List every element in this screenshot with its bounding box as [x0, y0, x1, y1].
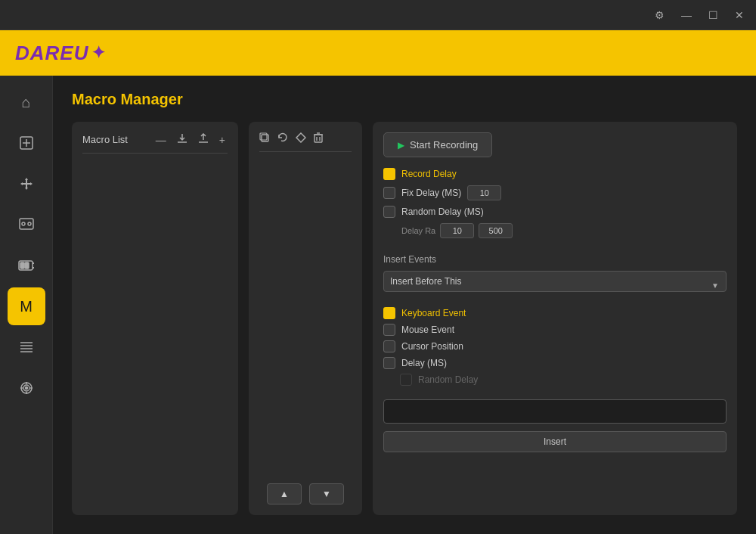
minimize-button[interactable]: — — [678, 8, 695, 22]
insert-button[interactable]: Insert — [383, 431, 727, 452]
close-button[interactable]: ✕ — [732, 8, 747, 22]
fix-delay-row: Fix Delay (MS) — [383, 185, 727, 200]
random-delay-sub-label: Random Delay — [418, 374, 478, 385]
macro-list-title: Macro List — [82, 134, 128, 145]
events-diamond-button[interactable] — [296, 132, 306, 145]
settings-button[interactable]: ⚙ — [652, 8, 668, 22]
insert-events-section: Insert Events Insert Before This ▼ Keybo… — [383, 254, 727, 392]
delay-ms-row: Delay (MS) — [383, 357, 727, 369]
macro-list-header: Macro List — + — [82, 132, 228, 147]
svg-rect-27 — [314, 135, 322, 142]
macro-list-upload-button[interactable] — [196, 132, 211, 147]
arrow-down-button[interactable]: ▼ — [309, 483, 344, 505]
random-delay-sub-row: Random Delay — [400, 374, 727, 386]
mouse-event-label: Mouse Event — [401, 324, 454, 335]
keyboard-event-label: Keyboard Event — [401, 308, 466, 318]
start-recording-button[interactable]: ▶ Start Recording — [383, 132, 492, 157]
macro-list-minus-button[interactable]: — — [153, 133, 169, 147]
delay-ms-checkbox[interactable] — [383, 357, 395, 369]
macro-list-divider — [82, 153, 228, 154]
sidebar: ⌂ M — [0, 76, 53, 534]
random-delay-sub-checkbox — [400, 374, 412, 386]
random-delay-checkbox[interactable] — [383, 206, 395, 218]
events-undo-button[interactable] — [277, 132, 288, 145]
window-controls: ⚙ — ☐ ✕ — [652, 8, 747, 22]
record-delay-section: Record Delay Fix Delay (MS) Random Delay… — [383, 168, 727, 244]
delay-range-min-input[interactable] — [440, 223, 474, 238]
sidebar-item-home[interactable]: ⌂ — [8, 83, 45, 121]
arrow-buttons: ▲ ▼ — [259, 476, 352, 505]
events-delete-button[interactable] — [314, 132, 323, 145]
record-delay-checkbox[interactable] — [383, 168, 395, 180]
svg-point-5 — [28, 222, 31, 225]
sidebar-item-add[interactable] — [8, 124, 45, 162]
svg-rect-24 — [262, 135, 268, 141]
sidebar-item-macro-icon[interactable] — [8, 206, 45, 244]
macro-list-actions: — + — [153, 132, 228, 147]
keyboard-event-row: Keyboard Event — [383, 307, 727, 319]
content-area: Macro Manager Macro List — + — [53, 76, 756, 534]
sidebar-item-target[interactable] — [8, 369, 45, 407]
record-delay-label: Record Delay — [401, 169, 457, 179]
fix-delay-checkbox[interactable] — [383, 187, 395, 199]
random-delay-label: Random Delay (MS) — [401, 206, 484, 217]
title-bar: ⚙ — ☐ ✕ — [0, 0, 756, 30]
delay-range-label: Delay Ra — [401, 226, 435, 235]
header-bar: DAREU ✦ — [0, 30, 756, 76]
keyboard-event-checkbox[interactable] — [383, 307, 395, 319]
record-panel: ▶ Start Recording Record Delay Fix Delay… — [373, 122, 737, 515]
event-text-input[interactable] — [383, 399, 727, 424]
logo-icon: ✦ — [91, 43, 105, 63]
maximize-button[interactable]: ☐ — [705, 8, 721, 22]
delay-range-row: Delay Ra — [401, 223, 727, 238]
play-icon: ▶ — [398, 140, 404, 151]
events-toolbar — [259, 132, 352, 145]
record-delay-row: Record Delay — [383, 168, 727, 180]
svg-rect-7 — [20, 262, 24, 269]
random-delay-row: Random Delay (MS) — [383, 206, 727, 218]
insert-events-label: Insert Events — [383, 254, 727, 265]
macro-label: M — [20, 298, 33, 315]
events-panel: ▲ ▼ — [249, 122, 362, 515]
page-title: Macro Manager — [72, 91, 737, 108]
arrow-up-button[interactable]: ▲ — [267, 483, 302, 505]
panels-row: Macro List — + — [72, 122, 737, 515]
sidebar-item-move[interactable] — [8, 165, 45, 203]
macro-list-panel: Macro List — + — [72, 122, 238, 515]
sidebar-item-battery[interactable] — [8, 247, 45, 284]
delay-range-max-input[interactable] — [479, 223, 513, 238]
start-recording-label: Start Recording — [410, 139, 478, 151]
fix-delay-input[interactable] — [467, 185, 501, 200]
mouse-event-row: Mouse Event — [383, 324, 727, 336]
mouse-event-checkbox[interactable] — [383, 324, 395, 336]
insert-position-select[interactable]: Insert Before This — [383, 271, 727, 292]
svg-point-17 — [25, 387, 27, 390]
cursor-position-label: Cursor Position — [401, 341, 463, 352]
delay-ms-label: Delay (MS) — [401, 358, 447, 368]
main-layout: ⌂ M Macro Manager Macro List — [0, 76, 756, 534]
sidebar-item-list[interactable] — [8, 328, 45, 366]
events-divider — [259, 151, 352, 152]
fix-delay-label: Fix Delay (MS) — [401, 188, 461, 198]
cursor-position-checkbox[interactable] — [383, 340, 395, 352]
sidebar-item-macro[interactable]: M — [8, 287, 45, 325]
cursor-position-row: Cursor Position — [383, 340, 727, 352]
events-copy-button[interactable] — [259, 132, 270, 145]
macro-list-add-button[interactable]: + — [217, 133, 228, 147]
svg-marker-26 — [296, 133, 305, 142]
macro-list-download-button[interactable] — [175, 132, 190, 147]
svg-point-4 — [22, 222, 25, 225]
svg-rect-8 — [25, 262, 29, 269]
logo-text: DAREU — [15, 42, 88, 65]
